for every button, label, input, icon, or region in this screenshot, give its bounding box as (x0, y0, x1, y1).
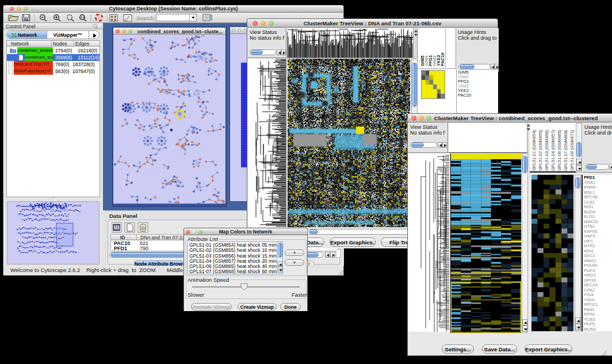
svg-text:1:1: 1:1 (81, 16, 85, 19)
